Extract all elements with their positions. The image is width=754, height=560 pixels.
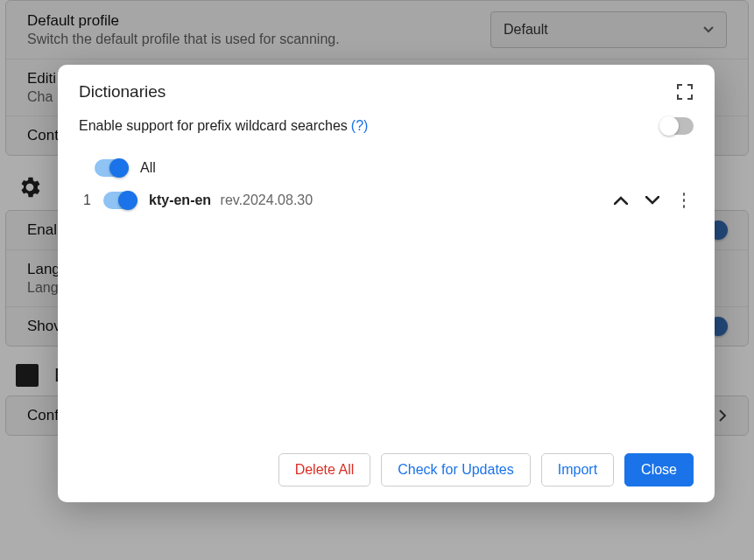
dict-rev: rev.2024.08.30 (221, 192, 314, 207)
delete-all-button[interactable]: Delete All (278, 453, 371, 486)
dict-index: 1 (81, 192, 91, 208)
dict-toggle[interactable] (103, 192, 137, 209)
modal-title: Dictionaries (79, 82, 676, 102)
import-button[interactable]: Import (541, 453, 614, 486)
close-button[interactable]: Close (624, 453, 694, 486)
all-toggle[interactable] (95, 159, 128, 177)
dict-row: 1 kty-en-en rev.2024.08.30 (81, 184, 694, 217)
dict-menu-button[interactable] (674, 191, 694, 210)
dictionaries-modal: Dictionaries Enable support for prefix w… (58, 65, 715, 502)
move-down-button[interactable] (643, 191, 662, 210)
move-up-button[interactable] (611, 191, 631, 210)
check-updates-button[interactable]: Check for Updates (381, 453, 531, 486)
expand-icon[interactable] (676, 83, 694, 101)
all-label: All (140, 160, 156, 176)
prefix-wildcard-label: Enable support for prefix wildcard searc… (79, 118, 348, 134)
prefix-wildcard-toggle[interactable] (660, 117, 694, 135)
kebab-icon (683, 199, 685, 202)
help-link[interactable]: (?) (351, 118, 369, 134)
dict-name: kty-en-en (149, 192, 211, 207)
